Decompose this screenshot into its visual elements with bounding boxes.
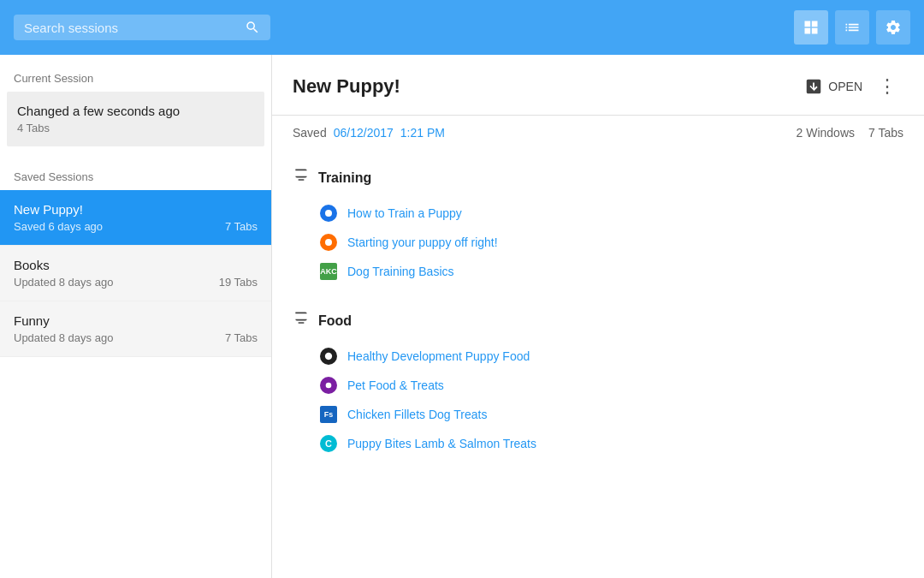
session-date-funny: Updated 8 days ago xyxy=(14,331,113,344)
open-label: OPEN xyxy=(828,80,862,93)
window-icon-training xyxy=(293,167,310,188)
main-layout: Current Session Changed a few seconds ag… xyxy=(0,55,924,578)
sidebar: Current Session Changed a few seconds ag… xyxy=(0,55,272,578)
grid-icon xyxy=(803,19,820,36)
tabs-count: 7 Tabs xyxy=(868,126,903,140)
search-icon xyxy=(245,20,260,35)
gear-icon xyxy=(885,19,902,36)
open-icon xyxy=(804,77,823,96)
search-box xyxy=(14,15,270,40)
more-button[interactable]: ⋮ xyxy=(871,74,903,99)
current-session-tabs: 4 Tabs xyxy=(17,122,254,134)
current-session-title: Changed a few seconds ago xyxy=(17,104,254,118)
session-title-new-puppy: New Puppy! xyxy=(14,202,258,217)
content-title: New Puppy! xyxy=(293,75,796,98)
favicon-puppy-bites: C xyxy=(320,435,337,452)
settings-button[interactable] xyxy=(876,10,910,45)
session-title-books: Books xyxy=(14,258,258,272)
session-meta-new-puppy: Saved 6 days ago 7 Tabs xyxy=(14,220,258,233)
tab-starting-right[interactable]: Starting your puppy off right! xyxy=(293,228,903,257)
tab-link-chicken-fillets[interactable]: Chicken Fillets Dog Treats xyxy=(347,408,487,421)
session-item-new-puppy[interactable]: New Puppy! Saved 6 days ago 7 Tabs xyxy=(0,190,271,246)
content-panel: New Puppy! OPEN ⋮ Saved 06/12/2017 1:21 … xyxy=(272,55,924,578)
tab-dog-training[interactable]: AKC Dog Training Basics xyxy=(293,257,903,286)
tab-link-healthy-dev[interactable]: Healthy Development Puppy Food xyxy=(347,349,530,363)
windows-count: 2 Windows xyxy=(797,126,855,140)
tab-puppy-bites[interactable]: C Puppy Bites Lamb & Salmon Treats xyxy=(293,429,903,458)
grid-view-button[interactable] xyxy=(794,10,828,45)
tab-link-starting-right[interactable]: Starting your puppy off right! xyxy=(347,235,498,249)
current-session-item[interactable]: Changed a few seconds ago 4 Tabs xyxy=(7,92,264,146)
tab-link-how-to-train[interactable]: How to Train a Puppy xyxy=(347,206,462,220)
session-date-books: Updated 8 days ago xyxy=(14,276,113,289)
window-label-food: Food xyxy=(318,313,352,329)
window-header-food: Food xyxy=(293,303,903,338)
session-date-new-puppy: Saved 6 days ago xyxy=(14,220,103,233)
window-training: Training How to Train a Puppy Starting y… xyxy=(272,153,924,286)
tab-link-pet-food[interactable]: Pet Food & Treats xyxy=(347,378,444,392)
tab-chicken-fillets[interactable]: Fs Chicken Fillets Dog Treats xyxy=(293,400,903,429)
svg-point-0 xyxy=(325,210,332,217)
favicon-starting-right xyxy=(320,234,337,251)
window-label-training: Training xyxy=(318,170,371,186)
app-header xyxy=(0,0,924,55)
session-time: 1:21 PM xyxy=(400,126,445,140)
session-title-funny: Funny xyxy=(14,313,258,328)
window-food: Food Healthy Development Puppy Food Pet … xyxy=(272,296,924,458)
session-meta-funny: Updated 8 days ago 7 Tabs xyxy=(14,331,258,344)
session-tabs-books: 19 Tabs xyxy=(219,276,258,289)
window-icon-food xyxy=(293,310,310,331)
session-tabs-funny: 7 Tabs xyxy=(225,331,258,344)
tab-healthy-dev[interactable]: Healthy Development Puppy Food xyxy=(293,342,903,371)
favicon-healthy-dev xyxy=(320,348,337,365)
session-meta-bar: Saved 06/12/2017 1:21 PM 2 Windows 7 Tab… xyxy=(272,116,924,153)
open-button[interactable]: OPEN xyxy=(796,72,871,101)
list-icon xyxy=(844,19,861,36)
session-item-books[interactable]: Books Updated 8 days ago 19 Tabs xyxy=(0,246,271,301)
tab-pet-food[interactable]: Pet Food & Treats xyxy=(293,371,903,400)
tab-link-dog-training[interactable]: Dog Training Basics xyxy=(347,265,454,278)
session-tabs-new-puppy: 7 Tabs xyxy=(225,220,258,233)
favicon-chicken-fillets: Fs xyxy=(320,406,337,423)
favicon-how-to-train xyxy=(320,205,337,222)
session-meta-books: Updated 8 days ago 19 Tabs xyxy=(14,276,258,289)
tab-how-to-train[interactable]: How to Train a Puppy xyxy=(293,199,903,228)
session-item-funny[interactable]: Funny Updated 8 days ago 7 Tabs xyxy=(0,301,271,357)
saved-section-label: Saved Sessions xyxy=(0,153,271,190)
svg-point-1 xyxy=(325,239,332,246)
window-header-training: Training xyxy=(293,160,903,195)
svg-point-2 xyxy=(326,383,332,389)
saved-label: Saved xyxy=(293,126,327,140)
header-actions xyxy=(794,10,910,45)
session-date: 06/12/2017 xyxy=(334,126,394,140)
list-view-button[interactable] xyxy=(835,10,869,45)
favicon-pet-food xyxy=(320,377,337,394)
current-section-label: Current Session xyxy=(0,55,271,92)
more-icon: ⋮ xyxy=(878,75,897,97)
content-header: New Puppy! OPEN ⋮ xyxy=(272,55,924,116)
search-input[interactable] xyxy=(24,21,238,35)
favicon-dog-training: AKC xyxy=(320,263,337,280)
tab-link-puppy-bites[interactable]: Puppy Bites Lamb & Salmon Treats xyxy=(347,437,536,450)
